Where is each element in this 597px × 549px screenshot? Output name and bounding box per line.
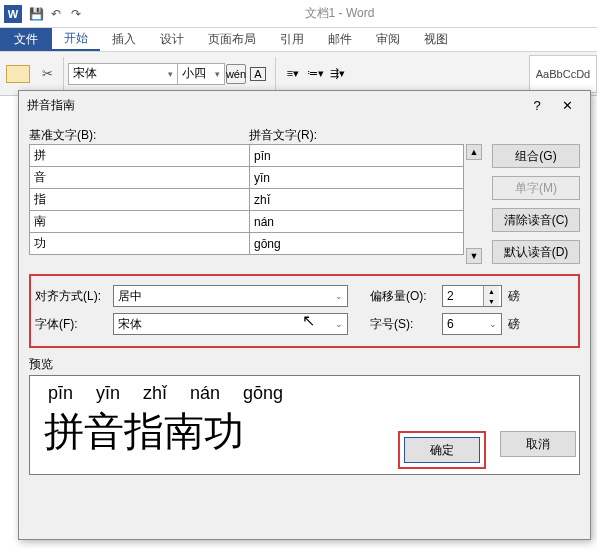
base-cell[interactable]: 指 [30, 189, 250, 211]
ruby-cell[interactable]: gōng [250, 233, 464, 255]
ruby-cell[interactable]: zhǐ [250, 189, 464, 211]
ribbon-tabs: 文件 开始 插入 设计 页面布局 引用 邮件 审阅 视图 [0, 28, 597, 52]
undo-icon[interactable]: ↶ [48, 6, 64, 22]
ok-highlight: 确定 [398, 431, 486, 469]
close-button[interactable]: ✕ [552, 93, 582, 117]
paste-icon[interactable] [6, 65, 30, 83]
chevron-down-icon: ⌄ [335, 291, 343, 301]
dialog-titlebar: 拼音指南 ? ✕ [19, 91, 590, 119]
ruby-text-label: 拼音文字(R): [249, 127, 580, 144]
tab-view[interactable]: 视图 [412, 28, 460, 51]
save-icon[interactable]: 💾 [28, 6, 44, 22]
size-select[interactable]: 6⌄ [442, 313, 502, 335]
ruby-cell[interactable]: nán [250, 211, 464, 233]
base-cell[interactable]: 功 [30, 233, 250, 255]
table-row: 音yīn [30, 167, 464, 189]
word-logo-icon: W [4, 5, 22, 23]
document-title: 文档1 - Word [86, 5, 593, 22]
table-row: 功gōng [30, 233, 464, 255]
dialog-title: 拼音指南 [27, 97, 522, 114]
clipboard-group [0, 65, 36, 83]
pinyin-guide-dialog: 拼音指南 ? ✕ 基准文字(B): 拼音文字(R): 拼pīn 音yīn 指zh… [18, 90, 591, 540]
character-grid: 拼pīn 音yīn 指zhǐ 南nán 功gōng [29, 144, 464, 264]
window-titlebar: W 💾 ↶ ↷ 文档1 - Word [0, 0, 597, 28]
chevron-down-icon: ▾ [168, 69, 173, 79]
tab-layout[interactable]: 页面布局 [196, 28, 268, 51]
size-unit: 磅 [508, 316, 526, 333]
ok-button[interactable]: 确定 [404, 437, 480, 463]
bullets-icon[interactable]: ≡▾ [282, 63, 304, 85]
default-reading-button[interactable]: 默认读音(D) [492, 240, 580, 264]
tab-design[interactable]: 设计 [148, 28, 196, 51]
table-row: 拼pīn [30, 145, 464, 167]
font-name-select[interactable]: 宋体▾ [68, 63, 178, 85]
ruby-cell[interactable]: yīn [250, 167, 464, 189]
clear-reading-button[interactable]: 清除读音(C) [492, 208, 580, 232]
base-cell[interactable]: 南 [30, 211, 250, 233]
char-border-icon[interactable]: A [247, 63, 269, 85]
numbering-icon[interactable]: ≔▾ [304, 63, 326, 85]
font-label: 字体(F): [35, 316, 107, 333]
offset-spinner[interactable]: ▲▼ [442, 285, 502, 307]
multilevel-icon[interactable]: ⇶▾ [326, 63, 348, 85]
align-select[interactable]: 居中⌄ [113, 285, 348, 307]
preview-pinyin: pīn yīn zhǐ nán gōng [48, 382, 565, 404]
phonetic-guide-icon[interactable]: wén [225, 63, 247, 85]
font-name-value: 宋体 [73, 65, 97, 82]
offset-label: 偏移量(O): [370, 288, 436, 305]
offset-unit: 磅 [508, 288, 526, 305]
tab-mail[interactable]: 邮件 [316, 28, 364, 51]
cut-icon[interactable]: ✂ [42, 66, 53, 81]
cancel-button[interactable]: 取消 [500, 431, 576, 457]
tab-file[interactable]: 文件 [0, 28, 52, 51]
scroll-down-button[interactable]: ▼ [466, 248, 482, 264]
base-text-label: 基准文字(B): [29, 127, 249, 144]
single-button: 单字(M) [492, 176, 580, 200]
size-label: 字号(S): [370, 316, 436, 333]
base-cell[interactable]: 拼 [30, 145, 250, 167]
base-cell[interactable]: 音 [30, 167, 250, 189]
font-size-select[interactable]: 小四▾ [177, 63, 225, 85]
preview-label: 预览 [29, 356, 580, 373]
tab-review[interactable]: 审阅 [364, 28, 412, 51]
chevron-down-icon: ⌄ [489, 319, 497, 329]
font-size-value: 小四 [182, 65, 206, 82]
chevron-down-icon: ⌄ [335, 319, 343, 329]
ruby-cell[interactable]: pīn [250, 145, 464, 167]
help-button[interactable]: ? [522, 93, 552, 117]
spin-down-icon[interactable]: ▼ [484, 296, 499, 306]
table-row: 指zhǐ [30, 189, 464, 211]
tab-insert[interactable]: 插入 [100, 28, 148, 51]
spin-up-icon[interactable]: ▲ [484, 286, 499, 296]
chevron-down-icon: ▾ [215, 69, 220, 79]
table-row: 南nán [30, 211, 464, 233]
combine-button[interactable]: 组合(G) [492, 144, 580, 168]
align-label: 对齐方式(L): [35, 288, 107, 305]
tab-home[interactable]: 开始 [52, 28, 100, 51]
scroll-up-button[interactable]: ▲ [466, 144, 482, 160]
tab-references[interactable]: 引用 [268, 28, 316, 51]
offset-input[interactable] [443, 286, 483, 306]
redo-icon[interactable]: ↷ [68, 6, 84, 22]
font-select[interactable]: 宋体⌄ [113, 313, 348, 335]
format-options-highlight: 对齐方式(L): 居中⌄ 偏移量(O): ▲▼ 磅 字体(F): 宋体⌄ 字号(… [29, 274, 580, 348]
grid-scrollbar: ▲ ▼ [466, 144, 482, 264]
style-preview[interactable]: AaBbCcDd [529, 55, 597, 93]
